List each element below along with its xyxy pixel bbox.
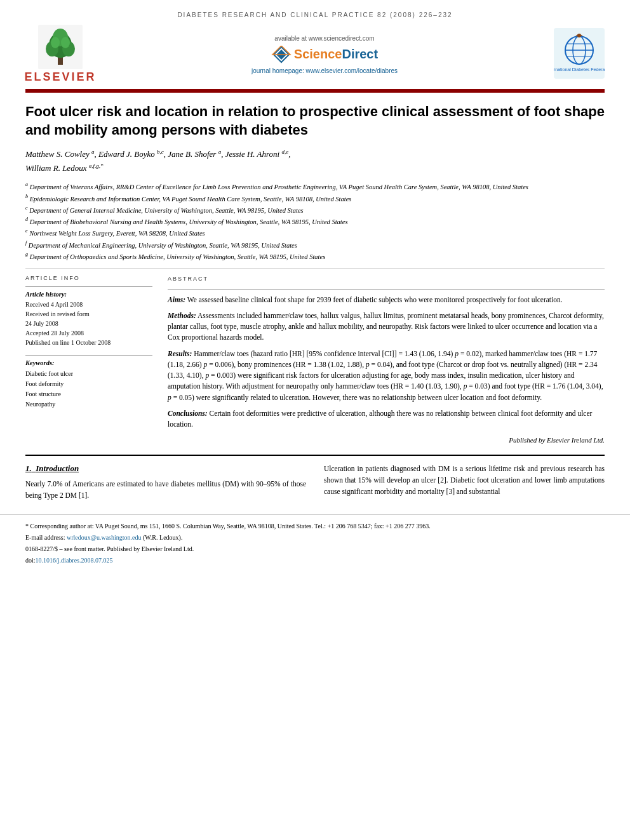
received-date: Received 4 April 2008 [25, 300, 152, 309]
abstract-aims: Aims: We assessed baseline clinical foot… [168, 295, 605, 305]
intro-left-text: Nearly 7.0% of Americans are estimated t… [25, 479, 306, 502]
svg-text:International Diabetes Federat: International Diabetes Federation [554, 67, 605, 72]
journal-title-top: DIABETES RESEARCH AND CLINICAL PRACTICE … [25, 11, 605, 18]
keywords-divider [25, 355, 152, 356]
footnote-area: * Corresponding author at: VA Puget Soun… [0, 514, 630, 573]
svg-point-17 [577, 34, 581, 37]
idf-logo-icon: International Diabetes Federation [554, 28, 605, 79]
footnote-license: 0168-8227/$ – see front matter. Publishe… [25, 544, 605, 554]
footnote-doi-link[interactable]: 10.1016/j.diabres.2008.07.025 [36, 557, 113, 564]
article-title-section: Foot ulcer risk and location in relation… [0, 93, 630, 262]
section-title: Introduction [36, 463, 79, 473]
abstract-results: Results: Hammer/claw toes (hazard ratio … [168, 349, 605, 403]
body-left: 1. Introduction Nearly 7.0% of Americans… [25, 463, 306, 505]
keyword-1: Diabetic foot ulcer [25, 369, 152, 379]
idf-logo: International Diabetes Federation [554, 28, 605, 81]
keyword-4: Neuropathy [25, 399, 152, 410]
left-col: ARTICLE INFO Article history: Received 4… [25, 275, 152, 446]
sciencedirect-logo: ScienceDirect [95, 46, 554, 63]
revised-date: 24 July 2008 [25, 319, 152, 328]
article-info-label: ARTICLE INFO [25, 275, 152, 281]
body-section: 1. Introduction Nearly 7.0% of Americans… [0, 456, 630, 505]
available-text: available at www.sciencedirect.com [95, 35, 554, 42]
abstract-methods: Methods: Assessments included hammer/cla… [168, 310, 605, 343]
article-history-label: Article history: [25, 291, 152, 298]
published-by: Published by Elsevier Ireland Ltd. [168, 435, 605, 446]
keyword-2: Foot deformity [25, 379, 152, 389]
keywords-label: Keywords: [25, 359, 152, 366]
published-date: Published on line 1 October 2008 [25, 338, 152, 347]
authors: Matthew S. Cowley a, Edward J. Boyko b,c… [25, 147, 605, 175]
article-main-title: Foot ulcer risk and location in relation… [25, 103, 605, 139]
footnote-corresponding: * Corresponding author at: VA Puget Soun… [25, 521, 605, 531]
sciencedirect-text: ScienceDirect [294, 47, 378, 62]
intro-right-text: Ulceration in patients diagnosed with DM… [324, 463, 605, 497]
elsevier-tree-icon [38, 25, 83, 69]
journal-homepage: journal homepage: www.elsevier.com/locat… [95, 67, 554, 74]
affiliations: a Department of Veterans Affairs, RR&D C… [25, 181, 605, 262]
abstract-divider [168, 289, 605, 290]
footnote-email: E-mail address: wrledoux@u.washington.ed… [25, 533, 605, 542]
article-info-abstract: ARTICLE INFO Article history: Received 4… [0, 275, 630, 446]
accepted-date: Accepted 28 July 2008 [25, 328, 152, 338]
thin-divider [25, 268, 605, 269]
page-header: DIABETES RESEARCH AND CLINICAL PRACTICE … [0, 0, 630, 84]
section-heading: 1. Introduction [25, 463, 306, 474]
elsevier-text: ELSEVIER [24, 70, 96, 84]
footnote-doi: doi:10.1016/j.diabres.2008.07.025 [25, 556, 605, 565]
right-col: ABSTRACT Aims: We assessed baseline clin… [168, 275, 605, 446]
elsevier-logo: ELSEVIER [25, 25, 95, 84]
svg-point-7 [61, 37, 70, 48]
footnote-email-link[interactable]: wrledoux@u.washington.edu [67, 534, 142, 541]
svg-point-6 [51, 37, 60, 48]
section-number: 1. [25, 463, 32, 473]
page-wrapper: DIABETES RESEARCH AND CLINICAL PRACTICE … [0, 0, 630, 840]
header-logos: ELSEVIER available at www.sciencedirect.… [25, 25, 605, 84]
revised-label: Received in revised form [25, 309, 152, 319]
abstract-conclusions: Conclusions: Certain foot deformities we… [168, 408, 605, 430]
body-right: Ulceration in patients diagnosed with DM… [324, 463, 605, 505]
keywords-section: Keywords: Diabetic foot ulcer Foot defor… [25, 355, 152, 410]
sd-logo-icon [271, 46, 292, 63]
keyword-3: Foot structure [25, 389, 152, 399]
abstract-label: ABSTRACT [168, 275, 605, 284]
article-info-divider [25, 286, 152, 287]
center-header: available at www.sciencedirect.com Scien… [95, 35, 554, 74]
